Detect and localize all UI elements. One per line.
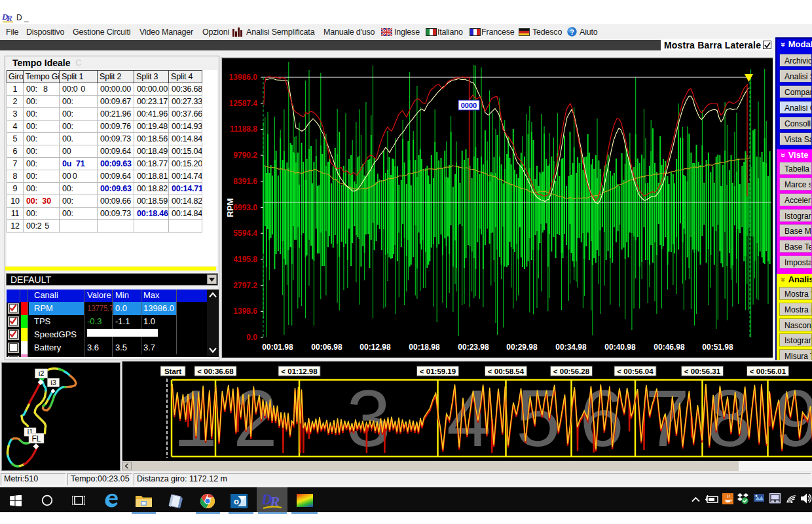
svg-text:< 00:56.01: < 00:56.01 (750, 367, 786, 375)
svg-text:R: R (269, 494, 280, 510)
svg-text:00:12.98: 00:12.98 (360, 343, 391, 352)
svg-text:< 00:56.04: < 00:56.04 (617, 367, 654, 375)
svg-text:6993.0: 6993.0 (233, 203, 257, 212)
svg-text:8391.6: 8391.6 (233, 177, 257, 186)
svg-text:00:18.98: 00:18.98 (409, 343, 440, 352)
svg-text:1398.6: 1398.6 (233, 307, 257, 316)
svg-text:9790.2: 9790.2 (233, 151, 257, 160)
svg-text:0.0: 0.0 (246, 333, 257, 342)
svg-text:i2: i2 (39, 369, 45, 377)
svg-text:00:40.98: 00:40.98 (604, 343, 636, 352)
svg-text:?: ? (570, 28, 574, 36)
svg-text:00:06.98: 00:06.98 (311, 343, 342, 352)
svg-text:< 00:56.31: < 00:56.31 (684, 367, 721, 375)
svg-text:< 00:58.54: < 00:58.54 (488, 367, 525, 375)
svg-text:< 01:59.19: < 01:59.19 (420, 367, 456, 375)
svg-text:12587.4: 12587.4 (229, 99, 258, 108)
svg-text:00:29.98: 00:29.98 (506, 343, 538, 352)
svg-text:00:23.98: 00:23.98 (458, 343, 489, 352)
svg-text:4195.8: 4195.8 (233, 255, 257, 264)
svg-text:RPM: RPM (225, 198, 235, 217)
svg-text:i3: i3 (50, 379, 56, 386)
svg-text:Start: Start (164, 367, 181, 375)
svg-text:FL: FL (31, 434, 41, 443)
svg-text:< 00:36.68: < 00:36.68 (197, 367, 234, 375)
svg-text:00:34.98: 00:34.98 (555, 343, 587, 352)
svg-text:00:01.98: 00:01.98 (262, 343, 293, 352)
svg-text:11188.8: 11188.8 (230, 124, 257, 134)
svg-text:13986.0: 13986.0 (229, 73, 258, 82)
svg-text:o: o (234, 496, 239, 506)
svg-text:< 00:56.28: < 00:56.28 (553, 367, 590, 375)
svg-text:< 01:12.98: < 01:12.98 (281, 367, 318, 375)
svg-text:00:51.98: 00:51.98 (702, 343, 733, 352)
svg-text:0000: 0000 (461, 102, 477, 109)
svg-text:2797.2: 2797.2 (233, 281, 257, 290)
svg-text:00:46.98: 00:46.98 (654, 343, 685, 352)
svg-text:5594.4: 5594.4 (233, 229, 257, 238)
